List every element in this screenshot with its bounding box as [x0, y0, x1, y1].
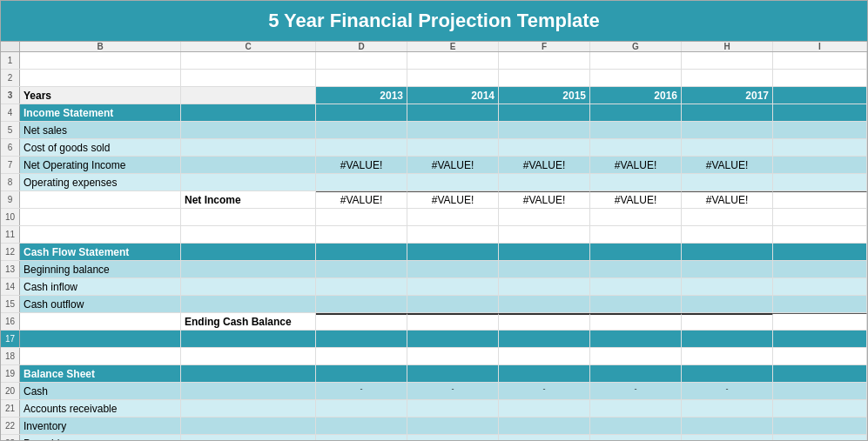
cell-22-g[interactable] — [590, 418, 682, 434]
cell-12-e[interactable] — [407, 244, 499, 260]
cell-10-i[interactable] — [773, 209, 867, 225]
cell-6-e[interactable] — [407, 139, 499, 156]
cell-5-i[interactable] — [773, 122, 867, 138]
cell-17-b[interactable] — [20, 331, 181, 347]
cell-15-i[interactable] — [773, 296, 867, 312]
cell-10-b[interactable] — [20, 209, 181, 225]
net-income-label[interactable]: Net Income — [181, 191, 316, 208]
cell-6-d[interactable] — [316, 139, 407, 156]
cell-17-d[interactable] — [316, 331, 407, 347]
cell-17-g[interactable] — [590, 331, 682, 347]
cell-23-f[interactable] — [499, 435, 590, 440]
cell-11-g[interactable] — [590, 226, 682, 243]
cell-18-b[interactable] — [20, 348, 181, 364]
year-2017[interactable]: 2017 — [682, 87, 773, 104]
cell-15-f[interactable] — [499, 296, 590, 312]
cell-16-i[interactable] — [773, 313, 867, 330]
net-income-2013[interactable]: #VALUE! — [316, 191, 407, 208]
cell-12-f[interactable] — [499, 244, 590, 260]
cell-19-e[interactable] — [407, 365, 499, 382]
cell-4-f[interactable] — [499, 104, 590, 121]
cell-22-f[interactable] — [499, 418, 590, 434]
year-2015[interactable]: 2015 — [499, 87, 590, 104]
cell-7-d[interactable]: #VALUE! — [316, 157, 407, 173]
cell-8-h[interactable] — [682, 174, 773, 190]
cell-23-g[interactable] — [590, 435, 682, 440]
cell-14-h[interactable] — [682, 278, 773, 295]
cell-15-h[interactable] — [682, 296, 773, 312]
cell-12-h[interactable] — [682, 244, 773, 260]
cell-14-f[interactable] — [499, 278, 590, 295]
cell-17-h[interactable] — [682, 331, 773, 347]
cell-15-e[interactable] — [407, 296, 499, 312]
cell-7-f[interactable]: #VALUE! — [499, 157, 590, 173]
cell-18-h[interactable] — [682, 348, 773, 364]
cash-inflow-label[interactable]: Cash inflow — [20, 278, 181, 295]
cell-3-c[interactable] — [181, 87, 316, 104]
cell-16-g[interactable] — [590, 313, 682, 330]
cell-1-h[interactable] — [682, 52, 773, 69]
cell-1-f[interactable] — [499, 52, 590, 69]
cell-10-c[interactable] — [181, 209, 316, 225]
cell-2-b[interactable] — [20, 70, 181, 86]
cell-12-i[interactable] — [773, 244, 867, 260]
cell-18-c[interactable] — [181, 348, 316, 364]
cell-11-e[interactable] — [407, 226, 499, 243]
income-statement-label[interactable]: Income Statement — [20, 104, 181, 121]
cell-12-d[interactable] — [316, 244, 407, 260]
cell-8-c[interactable] — [181, 174, 316, 190]
cell-5-c[interactable] — [181, 122, 316, 138]
cell-6-h[interactable] — [682, 139, 773, 156]
cell-11-d[interactable] — [316, 226, 407, 243]
cell-1-i[interactable] — [773, 52, 867, 69]
cell-9-i[interactable] — [773, 191, 867, 208]
cell-21-d[interactable] — [316, 400, 407, 417]
cell-22-h[interactable] — [682, 418, 773, 434]
cash-label[interactable]: Cash — [20, 383, 181, 399]
cell-21-g[interactable] — [590, 400, 682, 417]
cell-7-h[interactable]: #VALUE! — [682, 157, 773, 173]
cell-17-f[interactable] — [499, 331, 590, 347]
cell-5-g[interactable] — [590, 122, 682, 138]
cell-4-d[interactable] — [316, 104, 407, 121]
cell-7-g[interactable]: #VALUE! — [590, 157, 682, 173]
cell-22-e[interactable] — [407, 418, 499, 434]
cell-13-c[interactable] — [181, 261, 316, 277]
cell-10-e[interactable] — [407, 209, 499, 225]
cell-2-d[interactable] — [316, 70, 407, 86]
ending-cash-balance-label[interactable]: Ending Cash Balance — [181, 313, 316, 330]
cell-23-i[interactable] — [773, 435, 867, 440]
cell-11-b[interactable] — [20, 226, 181, 243]
cell-19-f[interactable] — [499, 365, 590, 382]
cell-1-d[interactable] — [316, 52, 407, 69]
cell-13-h[interactable] — [682, 261, 773, 277]
cell-22-d[interactable] — [316, 418, 407, 434]
cell-13-e[interactable] — [407, 261, 499, 277]
cell-15-c[interactable] — [181, 296, 316, 312]
cell-6-i[interactable] — [773, 139, 867, 156]
cell-11-h[interactable] — [682, 226, 773, 243]
cell-16-b[interactable] — [20, 313, 181, 330]
cell-7-c[interactable] — [181, 157, 316, 173]
cell-2-f[interactable] — [499, 70, 590, 86]
cell-8-f[interactable] — [499, 174, 590, 190]
cell-5-d[interactable] — [316, 122, 407, 138]
cell-10-g[interactable] — [590, 209, 682, 225]
year-2013[interactable]: 2013 — [316, 87, 407, 104]
cell-20-d[interactable]: ˇ — [316, 383, 407, 399]
cell-1-g[interactable] — [590, 52, 682, 69]
cash-flow-label[interactable]: Cash Flow Statement — [20, 244, 181, 260]
cell-13-d[interactable] — [316, 261, 407, 277]
cell-2-i[interactable] — [773, 70, 867, 86]
cell-21-c[interactable] — [181, 400, 316, 417]
cell-2-h[interactable] — [682, 70, 773, 86]
cell-16-f[interactable] — [499, 313, 590, 330]
net-income-2015[interactable]: #VALUE! — [499, 191, 590, 208]
cell-20-e[interactable]: ˇ — [407, 383, 499, 399]
cell-23-c[interactable] — [181, 435, 316, 440]
cell-21-f[interactable] — [499, 400, 590, 417]
net-income-2014[interactable]: #VALUE! — [407, 191, 499, 208]
cell-13-i[interactable] — [773, 261, 867, 277]
cell-23-h[interactable] — [682, 435, 773, 440]
cogs-label[interactable]: Cost of goods sold — [20, 139, 181, 156]
